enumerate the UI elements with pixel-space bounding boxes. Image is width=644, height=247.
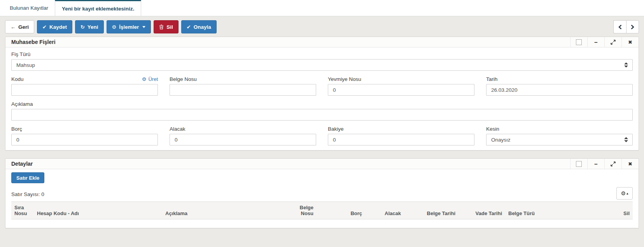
- record-pager: [613, 20, 639, 33]
- add-row-button[interactable]: Satır Ekle: [11, 172, 44, 183]
- details-panel-header: Detaylar − ✖: [5, 159, 639, 169]
- approve-button[interactable]: ✔ Onayla: [181, 20, 217, 33]
- column-aciklama[interactable]: Açıklama: [162, 202, 289, 219]
- panel-collapse-button[interactable]: −: [587, 37, 604, 47]
- expand-icon: [611, 40, 616, 45]
- refresh-icon: ↻: [80, 25, 85, 30]
- operations-dropdown-button[interactable]: ⚙ İşlemler: [107, 20, 151, 33]
- column-sira-nosu[interactable]: Sıra Nosu: [11, 202, 34, 219]
- check-icon: ✔: [187, 25, 191, 30]
- delete-button[interactable]: Sil: [154, 20, 178, 33]
- gear-icon: ⚙: [142, 76, 147, 82]
- tarih-input[interactable]: [486, 84, 633, 96]
- panel-select-checkbox[interactable]: [570, 37, 587, 47]
- field-belge-nosu: Belge Nosu: [170, 75, 316, 96]
- field-borc: Borç: [11, 125, 158, 145]
- field-bakiye: Bakiye: [328, 125, 474, 145]
- grid-settings-button[interactable]: ⚙ ▴: [616, 187, 633, 200]
- aciklama-input[interactable]: [11, 109, 633, 121]
- gear-icon: ⚙: [112, 25, 117, 30]
- column-alacak[interactable]: Alacak: [365, 202, 404, 219]
- details-table-header-row: Sıra Nosu Hesap Kodu - Adı Açıklama Belg…: [11, 202, 633, 219]
- tab-found-records[interactable]: Bulunan Kayıtlar: [3, 0, 55, 16]
- kesin-select[interactable]: Onaysız: [486, 134, 633, 145]
- row-count-value: 0: [41, 191, 44, 197]
- fis-turu-label: Fiş Türü: [11, 51, 30, 57]
- panel-select-checkbox[interactable]: [570, 159, 587, 169]
- tarih-label: Tarih: [486, 76, 497, 82]
- yevmiye-nosu-input[interactable]: [328, 84, 474, 96]
- select-arrows-icon: [624, 137, 628, 142]
- alacak-input[interactable]: [170, 134, 316, 145]
- kodu-input[interactable]: [11, 84, 158, 96]
- details-panel-body: Satır Ekle Satır Sayısı: 0 ⚙ ▴: [5, 169, 639, 228]
- bakiye-label: Bakiye: [328, 126, 344, 132]
- checkbox-icon: [576, 39, 582, 45]
- yevmiye-nosu-label: Yevmiye Nosu: [328, 76, 361, 82]
- borc-label: Borç: [11, 126, 22, 132]
- field-fis-turu: Fiş Türü Mahsup: [11, 51, 633, 71]
- details-table: Sıra Nosu Hesap Kodu - Adı Açıklama Belg…: [11, 201, 633, 219]
- tab-bar: Bulunan Kayıtlar Yeni bir kayıt eklemekt…: [0, 0, 644, 16]
- alacak-label: Alacak: [170, 126, 186, 132]
- toolbar: ← Geri ✔ Kaydet ↻ Yeni ⚙ İşlemler Sil ✔ …: [5, 20, 639, 33]
- borc-input[interactable]: [11, 134, 158, 145]
- field-aciklama: Açıklama: [11, 100, 633, 121]
- panel-expand-button[interactable]: [604, 159, 621, 169]
- field-yevmiye-nosu: Yevmiye Nosu: [328, 75, 474, 96]
- generate-code-link[interactable]: ⚙ Üret: [142, 76, 158, 82]
- kesin-label: Kesin: [486, 126, 499, 132]
- gear-icon: ⚙: [621, 190, 626, 196]
- bakiye-input[interactable]: [328, 134, 474, 145]
- belge-nosu-input[interactable]: [170, 84, 316, 96]
- panel-expand-button[interactable]: [604, 37, 621, 47]
- field-kodu: Kodu ⚙ Üret: [11, 75, 158, 96]
- previous-record-button[interactable]: [613, 20, 626, 33]
- panel-collapse-button[interactable]: −: [587, 159, 604, 169]
- details-panel-title: Detaylar: [5, 159, 570, 169]
- column-vade-tarihi[interactable]: Vade Tarihi: [458, 202, 505, 219]
- panel-close-button[interactable]: ✖: [621, 37, 639, 47]
- voucher-panel-header: Muhasebe Fişleri − ✖: [5, 37, 639, 47]
- chevron-left-icon: [618, 25, 622, 30]
- column-sil[interactable]: Sil: [552, 202, 633, 219]
- field-alacak: Alacak: [170, 125, 316, 145]
- column-belge-turu[interactable]: Belge Türü: [505, 202, 552, 219]
- field-kesin: Kesin Onaysız: [486, 125, 633, 145]
- tab-new-record[interactable]: Yeni bir kayıt eklemektesiniz.: [55, 0, 141, 16]
- aciklama-label: Açıklama: [11, 101, 33, 107]
- kodu-label: Kodu: [11, 76, 24, 82]
- voucher-panel-body: Fiş Türü Mahsup Kodu ⚙ Üret: [5, 47, 639, 150]
- voucher-panel-title: Muhasebe Fişleri: [5, 37, 570, 47]
- expand-icon: [611, 161, 616, 166]
- column-hesap-kodu-adi[interactable]: Hesap Kodu - Adı: [34, 202, 162, 219]
- trash-icon: [159, 25, 164, 30]
- chevron-right-icon: [631, 25, 634, 30]
- check-icon: ✔: [42, 25, 47, 30]
- details-panel: Detaylar − ✖ Satır Ekle Satır Sayısı: 0 …: [5, 158, 639, 228]
- caret-down-icon: [142, 26, 145, 28]
- select-arrows-icon: [624, 63, 628, 68]
- column-belge-nosu[interactable]: Belge Nosu: [289, 202, 317, 219]
- panel-close-button[interactable]: ✖: [621, 159, 639, 169]
- checkbox-icon: [576, 161, 582, 167]
- next-record-button[interactable]: [626, 20, 639, 33]
- column-belge-tarihi[interactable]: Belge Tarihi: [404, 202, 458, 219]
- field-tarih: Tarih: [486, 75, 633, 96]
- back-button[interactable]: ← Geri: [5, 20, 34, 33]
- caret-up-icon: ▴: [626, 191, 628, 195]
- arrow-left-icon: ←: [10, 25, 16, 30]
- new-button[interactable]: ↻ Yeni: [75, 20, 104, 33]
- column-borc[interactable]: Borç: [317, 202, 365, 219]
- belge-nosu-label: Belge Nosu: [170, 76, 197, 82]
- row-count-text: Satır Sayısı: 0: [11, 191, 44, 200]
- save-button[interactable]: ✔ Kaydet: [37, 20, 72, 33]
- fis-turu-select[interactable]: Mahsup: [11, 59, 633, 71]
- voucher-panel: Muhasebe Fişleri − ✖ Fiş Türü Mahsup: [5, 37, 639, 151]
